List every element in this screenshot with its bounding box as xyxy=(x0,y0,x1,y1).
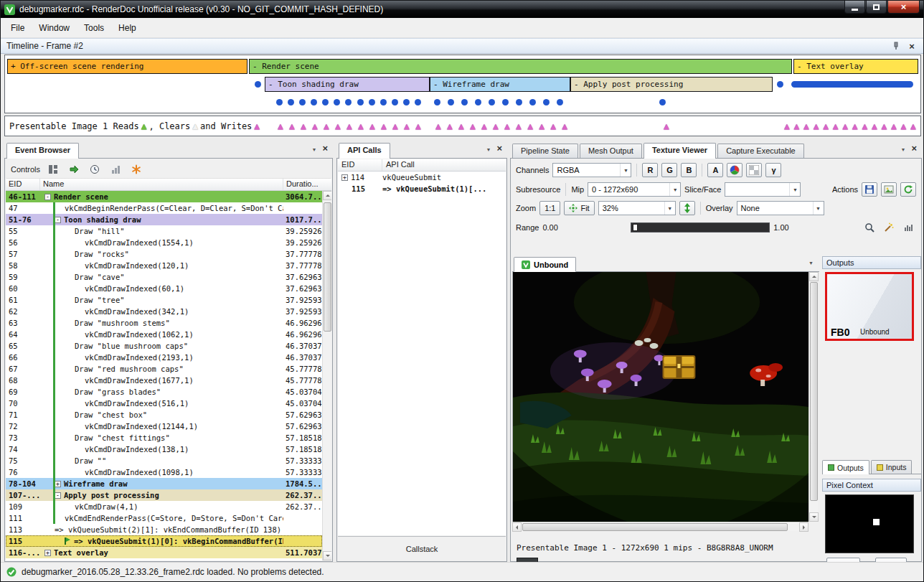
event-row[interactable]: 115=> vkQueueSubmit(1)[0]: vkBeginComman… xyxy=(6,535,322,547)
event-row[interactable]: 60vkCmdDrawIndexed(60,1)37.62963 xyxy=(6,283,322,294)
channel-blue-button[interactable]: B xyxy=(681,163,697,177)
write-triangle-icon[interactable] xyxy=(910,121,916,131)
write-triangle-icon[interactable] xyxy=(862,121,867,131)
event-row[interactable]: 71Draw "chest box"57.62963 xyxy=(6,409,322,421)
flip-y-icon[interactable] xyxy=(679,201,695,215)
scroll-thumb[interactable] xyxy=(810,282,818,501)
event-row[interactable]: 107-...-Apply post processing262.37... xyxy=(6,489,322,501)
panel-close-icon[interactable] xyxy=(322,141,328,154)
api-call-row[interactable]: +114vkQueueSubmit xyxy=(338,172,506,183)
channels-dropdown[interactable]: RGBA xyxy=(552,163,631,177)
statistics-icon[interactable] xyxy=(108,161,123,177)
event-row[interactable]: 62vkCmdDrawIndexed(342,1)37.92593 xyxy=(6,306,322,317)
draw-marker-bar[interactable] xyxy=(791,81,913,88)
write-triangle-icon[interactable] xyxy=(803,121,809,131)
fit-button[interactable]: Fit xyxy=(564,201,594,215)
maximize-button[interactable] xyxy=(866,1,887,14)
timeline-marker-offscreen[interactable]: + Off-screen scene rendering xyxy=(7,59,248,74)
menu-window[interactable]: Window xyxy=(32,20,77,36)
write-triangle-icon[interactable] xyxy=(301,121,306,131)
write-triangle-icon[interactable] xyxy=(504,121,510,131)
write-triangle-icon[interactable] xyxy=(516,121,522,131)
draw-dot[interactable] xyxy=(357,99,364,105)
scroll-left-icon[interactable] xyxy=(512,522,522,532)
save-texture-icon[interactable] xyxy=(862,182,877,197)
write-triangle-icon[interactable] xyxy=(392,121,398,131)
write-triangle-icon[interactable] xyxy=(346,121,352,131)
texture-horizontal-scrollbar[interactable] xyxy=(512,522,808,531)
timeline-panel[interactable]: + Off-screen scene rendering - Render sc… xyxy=(4,55,921,113)
write-triangle-icon[interactable] xyxy=(335,121,341,131)
event-row[interactable]: 47vkCmdBeginRenderPass(C=Clear, D=Clear,… xyxy=(6,202,322,214)
event-row[interactable]: 65Draw "blue mushroom caps"46.37037 xyxy=(6,340,322,352)
menu-tools[interactable]: Tools xyxy=(77,20,111,36)
event-row[interactable]: 67Draw "red mushroom caps"45.77778 xyxy=(6,363,322,375)
event-row[interactable]: 70vkCmdDrawIndexed(516,1)45.03704 xyxy=(6,398,322,409)
event-row[interactable]: 116-...+Text overlay511.7037 xyxy=(6,547,322,558)
histogram-icon[interactable] xyxy=(900,220,916,235)
write-triangle-icon[interactable] xyxy=(312,121,318,131)
timeline-marker-post-processing[interactable]: - Apply post processing xyxy=(570,77,773,92)
draw-dot[interactable] xyxy=(659,99,666,105)
texture-tab-unbound[interactable]: Unbound xyxy=(514,257,576,272)
event-row[interactable]: 51-76-Toon shading draw1017.7... xyxy=(6,214,322,225)
write-triangle-icon[interactable] xyxy=(881,121,887,131)
tab-texture-viewer[interactable]: Texture Viewer xyxy=(644,143,716,159)
channel-alpha-button[interactable]: A xyxy=(707,163,723,177)
write-triangle-icon[interactable] xyxy=(539,121,544,131)
tab-api-calls[interactable]: API Calls xyxy=(339,143,390,159)
overlay-dropdown[interactable]: None xyxy=(737,201,824,215)
tab-event-browser[interactable]: Event Browser xyxy=(6,143,79,159)
timeline-marker-render-scene[interactable]: - Render scene xyxy=(249,59,792,74)
draw-dot[interactable] xyxy=(403,99,410,105)
scroll-thumb[interactable] xyxy=(324,202,331,332)
range-slider[interactable] xyxy=(631,222,770,233)
write-triangle-icon[interactable] xyxy=(435,121,441,131)
draw-dot[interactable] xyxy=(448,99,454,105)
write-triangle-icon[interactable] xyxy=(842,121,848,131)
draw-dot[interactable] xyxy=(777,81,783,88)
write-triangle-icon[interactable] xyxy=(550,121,556,131)
texture-tab-dropdown-icon[interactable] xyxy=(808,255,819,271)
scroll-thumb[interactable] xyxy=(522,523,788,531)
draw-dot[interactable] xyxy=(380,99,387,105)
minimize-button[interactable] xyxy=(844,1,865,14)
draw-dot[interactable] xyxy=(276,99,283,105)
write-triangle-icon[interactable] xyxy=(794,121,800,131)
write-triangle-icon[interactable] xyxy=(527,121,533,131)
write-triangle-icon[interactable] xyxy=(369,121,375,131)
draw-dot[interactable] xyxy=(299,99,306,105)
mip-dropdown[interactable]: 0 - 1272x690 xyxy=(588,182,681,197)
event-row[interactable]: 76vkCmdDrawIndexed(1098,1)57.33333 xyxy=(6,466,322,478)
tab-inputs[interactable]: Inputs xyxy=(871,460,913,474)
scroll-up-icon[interactable] xyxy=(323,191,331,200)
close-button[interactable] xyxy=(887,1,920,14)
write-triangle-icon[interactable] xyxy=(493,121,499,131)
panel-close-icon[interactable] xyxy=(911,141,917,154)
write-triangle-icon[interactable] xyxy=(404,121,410,131)
scroll-down-icon[interactable] xyxy=(809,512,819,522)
write-triangle-icon[interactable] xyxy=(481,121,487,131)
texture-image[interactable] xyxy=(512,272,808,522)
scroll-down-icon[interactable] xyxy=(323,551,331,560)
tab-pipeline-state[interactable]: Pipeline State xyxy=(512,144,578,158)
write-triangle-icon[interactable] xyxy=(381,121,387,131)
expander-icon[interactable]: - xyxy=(55,492,61,499)
scroll-up-icon[interactable] xyxy=(809,272,819,281)
write-triangle-icon[interactable] xyxy=(415,121,421,131)
pixel-context-view[interactable] xyxy=(825,494,914,553)
write-triangle-icon[interactable] xyxy=(289,121,295,131)
callstack-section[interactable]: Callstack xyxy=(338,536,506,560)
texture-vertical-scrollbar[interactable] xyxy=(808,272,818,522)
write-triangle-icon[interactable] xyxy=(664,121,669,131)
tab-outputs[interactable]: Outputs xyxy=(822,460,869,474)
fb0-thumbnail[interactable]: FB0 Unbound xyxy=(825,272,914,341)
timeline-marker-wireframe[interactable]: - Wireframe draw xyxy=(430,77,570,92)
draw-dot[interactable] xyxy=(322,99,329,105)
event-row[interactable]: 74vkCmdDrawIndexed(138,1)57.18518 xyxy=(6,443,322,455)
event-row[interactable]: 73Draw "chest fittings"57.18518 xyxy=(6,432,322,443)
tab-mesh-output[interactable]: Mesh Output xyxy=(580,144,642,158)
event-row[interactable]: 61Draw "tree"37.92593 xyxy=(6,294,322,306)
find-event-icon[interactable] xyxy=(45,161,61,177)
write-triangle-icon[interactable] xyxy=(823,121,829,131)
